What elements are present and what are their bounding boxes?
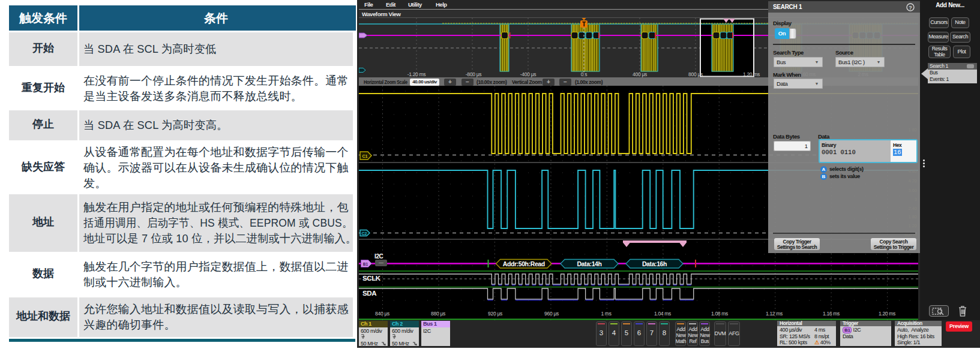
svg-text:-800 µs: -800 µs	[466, 71, 481, 77]
svg-text:Data:14h: Data:14h	[577, 260, 601, 267]
svg-text:Data:16h: Data:16h	[642, 260, 667, 267]
svg-text:1.20 ms: 1.20 ms	[743, 71, 760, 77]
svg-text:800 µs: 800 µs	[688, 71, 703, 77]
svg-text:C1: C1	[362, 154, 368, 158]
svg-text:B1: B1	[363, 262, 368, 266]
svg-text:Addr:50h:Read: Addr:50h:Read	[503, 260, 545, 267]
svg-text:?: ?	[909, 5, 912, 11]
svg-text:T: T	[582, 21, 586, 28]
svg-text:-1.20 ms: -1.20 ms	[407, 71, 426, 77]
svg-text:0 s: 0 s	[581, 71, 587, 77]
svg-text:-400 µs: -400 µs	[520, 71, 536, 77]
svg-text:C2: C2	[362, 231, 367, 236]
svg-text:400 µs: 400 µs	[633, 71, 647, 77]
